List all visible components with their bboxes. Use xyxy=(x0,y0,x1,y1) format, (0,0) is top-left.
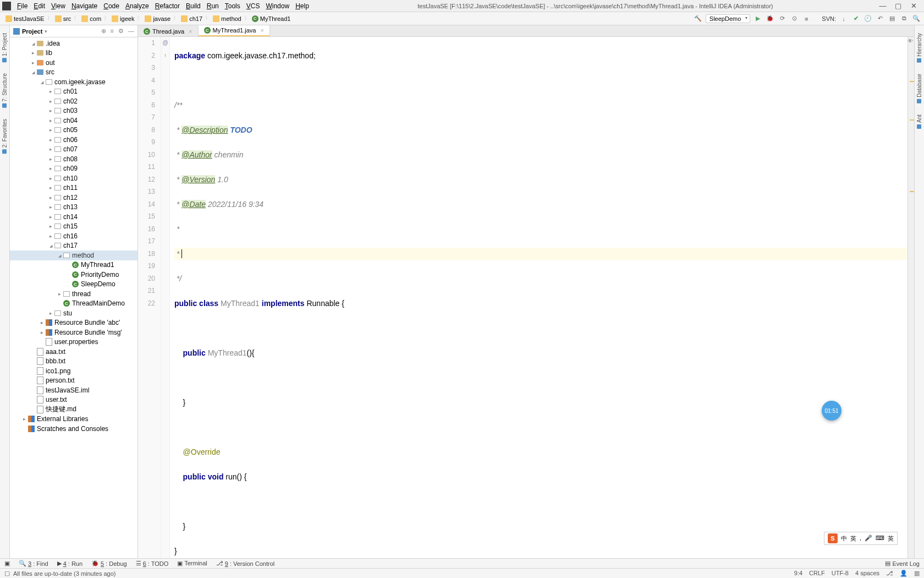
line-ending[interactable]: CRLF xyxy=(809,570,825,577)
menu-window[interactable]: Window xyxy=(263,2,292,10)
run-icon[interactable]: ▶ xyxy=(754,14,762,23)
tree-node-ch12[interactable]: ch12 xyxy=(10,193,138,203)
tool-tab-database[interactable]: Database xyxy=(915,70,923,107)
search-everywhere-icon[interactable]: ⧉ xyxy=(900,14,909,23)
breadcrumb-ch17[interactable]: ch17 xyxy=(179,15,205,23)
tree-node-prioritydemo[interactable]: CPriorityDemo xyxy=(10,270,138,280)
tree-node-ch13[interactable]: ch13 xyxy=(10,203,138,212)
tree-node-external-libraries[interactable]: External Libraries xyxy=(10,415,138,424)
minimize-button[interactable]: — xyxy=(879,2,887,10)
menu-vcs[interactable]: VCS xyxy=(244,2,263,10)
tree-node-ch07[interactable]: ch07 xyxy=(10,145,138,155)
bottom-tool-todo[interactable]: ☰ 6: TODO xyxy=(136,560,169,567)
tree-node-ch17[interactable]: ch17 xyxy=(10,241,138,251)
coverage-icon[interactable]: ⟳ xyxy=(778,14,787,23)
tree-node-mythread1[interactable]: CMyThread1 xyxy=(10,260,138,270)
ime-item[interactable]: 🎤 xyxy=(865,535,872,543)
tool-tab-project[interactable]: 1: Project xyxy=(1,30,9,66)
run-config-select[interactable]: SleepDemo xyxy=(706,14,750,23)
git-branch-icon[interactable]: ⎇ xyxy=(886,570,893,577)
tree-node-bbb-txt[interactable]: bbb.txt xyxy=(10,357,138,367)
menu-refactor[interactable]: Refactor xyxy=(152,2,183,10)
search-icon[interactable]: 🔍 xyxy=(912,14,921,23)
editor-error-stripe[interactable]: 👁 xyxy=(908,37,914,558)
project-dropdown-icon[interactable]: ▾ xyxy=(45,29,47,34)
menu-tools[interactable]: Tools xyxy=(222,2,243,10)
tree-node-method[interactable]: method xyxy=(10,250,138,260)
menu-analyze[interactable]: Analyze xyxy=(123,2,152,10)
tree-node-resource-bundle--msg-[interactable]: Resource Bundle 'msg' xyxy=(10,328,138,337)
tree-node-ico1-png[interactable]: ico1.png xyxy=(10,366,138,376)
profile-icon[interactable]: ⊙ xyxy=(790,14,799,23)
tool-tab-structure[interactable]: 7: Structure xyxy=(1,70,9,111)
tree-node-ch01[interactable]: ch01 xyxy=(10,87,138,97)
inspection-eye-icon[interactable]: 👁 xyxy=(908,38,913,44)
menu-run[interactable]: Run xyxy=(204,2,222,10)
tree-node-ch03[interactable]: ch03 xyxy=(10,106,138,116)
tree-node-ch02[interactable]: ch02 xyxy=(10,96,138,106)
tree-node-ch08[interactable]: ch08 xyxy=(10,154,138,164)
breadcrumb-method[interactable]: method xyxy=(211,15,244,23)
ime-bar[interactable]: S 中 英,🎤⌨英 xyxy=(824,532,898,545)
tree-node-ch10[interactable]: ch10 xyxy=(10,173,138,183)
svn-revert-icon[interactable]: ↶ xyxy=(876,14,884,23)
tree-node-thread[interactable]: thread xyxy=(10,289,138,299)
editor-tab-thread-java[interactable]: CThread.java× xyxy=(138,26,199,36)
ime-item[interactable]: , xyxy=(860,535,861,543)
tree-node-ch11[interactable]: ch11 xyxy=(10,183,138,193)
tree-node-src[interactable]: src xyxy=(10,68,138,78)
tool-tab-hierarchy[interactable]: Hierarchy xyxy=(915,30,923,66)
file-encoding[interactable]: UTF-8 xyxy=(832,570,849,577)
stop-icon[interactable]: ■ xyxy=(802,14,811,23)
warning-marker[interactable] xyxy=(910,81,914,82)
svn-commit-icon[interactable]: ✔ xyxy=(851,14,860,23)
tree-node-stu[interactable]: stu xyxy=(10,308,138,318)
menu-file[interactable]: File xyxy=(14,2,30,10)
close-tab-icon[interactable]: × xyxy=(189,28,192,35)
breadcrumb-javase[interactable]: javase xyxy=(142,15,173,23)
ime-item[interactable]: ⌨ xyxy=(876,535,884,543)
tree-node-ch04[interactable]: ch04 xyxy=(10,116,138,126)
breadcrumb-src[interactable]: src xyxy=(53,15,74,23)
bottom-tool-find[interactable]: 🔍 3: Find xyxy=(19,560,48,567)
menu-navigate[interactable]: Navigate xyxy=(69,2,100,10)
tree-node-ch05[interactable]: ch05 xyxy=(10,126,138,135)
tree-node--idea[interactable]: .idea xyxy=(10,39,138,48)
collapse-all-icon[interactable]: ≡ xyxy=(111,28,114,35)
bottom-tool-terminal[interactable]: ▣ Terminal xyxy=(177,560,207,567)
breadcrumb-com[interactable]: com xyxy=(79,15,103,23)
sogou-icon[interactable]: S xyxy=(828,533,838,543)
tool-tab-ant[interactable]: Ant xyxy=(915,111,923,132)
tree-node-user-txt[interactable]: user.txt xyxy=(10,395,138,405)
tree-node-ch16[interactable]: ch16 xyxy=(10,231,138,241)
timer-overlay[interactable]: 01:51 xyxy=(822,401,842,421)
event-log-button[interactable]: ▤ Event Log xyxy=(885,560,920,567)
tree-node-ch06[interactable]: ch06 xyxy=(10,135,138,145)
tree-node-----md[interactable]: 快捷键.md xyxy=(10,405,138,415)
close-button[interactable]: ✕ xyxy=(910,2,917,10)
menu-view[interactable]: View xyxy=(48,2,68,10)
breadcrumb-testjavase[interactable]: testJavaSE xyxy=(3,15,47,23)
gutter-mark-icon[interactable]: @ xyxy=(161,37,169,50)
debug-icon[interactable]: 🐞 xyxy=(766,14,774,23)
code-area[interactable]: package com.igeek.javase.ch17.method; /*… xyxy=(170,37,908,558)
override-gutter-icon[interactable]: ↑ xyxy=(161,50,169,62)
menu-help[interactable]: Help xyxy=(293,2,312,10)
bottom-tool-run[interactable]: ▶ 4: Run xyxy=(57,560,82,567)
scroll-from-source-icon[interactable]: ⊕ xyxy=(101,28,106,35)
tree-node-ch14[interactable]: ch14 xyxy=(10,212,138,222)
ime-item[interactable]: 英 xyxy=(888,535,894,543)
maximize-button[interactable]: ▢ xyxy=(894,2,902,10)
warning-marker[interactable] xyxy=(910,119,914,121)
tree-node-threadmaindemo[interactable]: CThreadMainDemo xyxy=(10,299,138,309)
warning-marker[interactable] xyxy=(910,191,914,192)
menu-build[interactable]: Build xyxy=(183,2,204,10)
tree-node-lib[interactable]: lib xyxy=(10,48,138,58)
tree-node-ch09[interactable]: ch09 xyxy=(10,164,138,174)
panel-settings-icon[interactable]: ⚙ xyxy=(118,28,124,35)
svn-history-icon[interactable]: 🕘 xyxy=(864,14,872,23)
tree-node-scratches-and-consoles[interactable]: Scratches and Consoles xyxy=(10,424,138,434)
close-tab-icon[interactable]: × xyxy=(260,27,263,34)
build-icon[interactable]: 🔨 xyxy=(694,14,702,23)
svn-update-icon[interactable]: ↓ xyxy=(839,14,848,23)
